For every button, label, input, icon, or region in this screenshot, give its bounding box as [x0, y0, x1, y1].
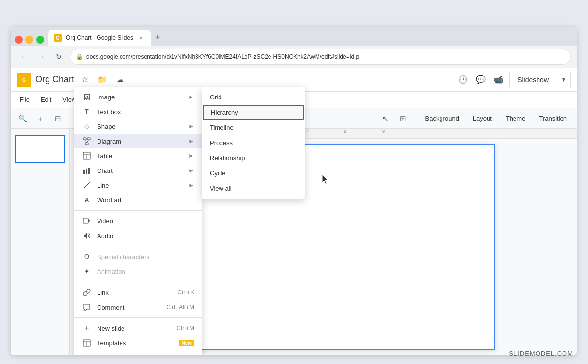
svg-rect-10: [83, 170, 85, 174]
relationship-label: Relationship: [210, 154, 245, 162]
line-label: Line: [97, 182, 109, 189]
menu-option-table[interactable]: Table ►: [74, 148, 202, 163]
submenu-hierarchy[interactable]: Hierarchy: [203, 105, 304, 120]
menu-option-shape[interactable]: ◇ Shape ►: [74, 119, 202, 134]
active-tab[interactable]: G Org Chart - Google Slides ×: [48, 30, 151, 46]
url-bar[interactable]: 🔒 docs.google.com/presentation/d/1vNlfxN…: [70, 49, 571, 65]
present-btn[interactable]: 📹: [491, 73, 505, 87]
insert-dropdown-menu: 🖼 Image ► T Text box ◇ Shape ► Diagram ►: [74, 87, 202, 355]
menu-file[interactable]: File: [15, 94, 35, 105]
svg-rect-12: [88, 168, 90, 174]
menu-option-link[interactable]: Link Ctrl+K: [74, 285, 202, 300]
wordart-label: Word art: [97, 196, 122, 204]
theme-btn[interactable]: Theme: [500, 113, 531, 124]
new-slide-icon: +: [82, 324, 91, 333]
svg-rect-11: [86, 169, 87, 174]
url-text: docs.google.com/presentation/d/1vNlfxNh3…: [86, 53, 359, 60]
cursor-tool[interactable]: ↖: [377, 111, 393, 126]
maximize-window-btn[interactable]: [36, 36, 44, 44]
menu-option-comment[interactable]: Comment Ctrl+Alt+M: [74, 300, 202, 315]
background-btn[interactable]: Background: [419, 113, 465, 124]
app-logo: G: [17, 73, 31, 87]
address-bar: ← → ↻ 🔒 docs.google.com/presentation/d/1…: [11, 46, 577, 68]
menu-option-diagram[interactable]: Diagram ►: [74, 134, 202, 148]
submenu-relationship[interactable]: Relationship: [202, 150, 305, 166]
menu-option-audio[interactable]: Audio: [74, 228, 202, 243]
svg-rect-4: [85, 143, 88, 145]
menu-option-image[interactable]: 🖼 Image ►: [74, 90, 202, 104]
watermark: SLIDEMODEL.COM: [509, 350, 573, 357]
menu-option-animation: ✦ Animation: [74, 264, 202, 279]
back-btn[interactable]: ←: [17, 50, 30, 64]
menu-option-wordart[interactable]: A Word art: [74, 193, 202, 207]
textbox-label: Text box: [97, 108, 121, 116]
templates-badge: New: [179, 340, 194, 346]
layout-tab-btn[interactable]: Layout: [467, 113, 498, 124]
close-window-btn[interactable]: [15, 36, 23, 44]
submenu-view-all[interactable]: View all: [202, 181, 305, 196]
svg-line-5: [85, 140, 87, 143]
new-tab-btn[interactable]: +: [151, 30, 165, 44]
menu-edit[interactable]: Edit: [36, 94, 56, 105]
slide-panel: 1: [11, 129, 70, 355]
textbox-icon: T: [82, 107, 91, 116]
menu-option-slide-numbers[interactable]: # Slide numbers: [74, 350, 202, 355]
submenu-process[interactable]: Process: [202, 135, 305, 150]
forward-btn[interactable]: →: [34, 50, 48, 64]
audio-icon: [82, 231, 91, 240]
menu-option-chart[interactable]: Chart ►: [74, 163, 202, 178]
toolbar-div3: [415, 113, 415, 124]
comment-icon: [82, 303, 91, 312]
tab-close-btn[interactable]: ×: [137, 34, 145, 42]
comment-btn[interactable]: 💬: [474, 73, 488, 87]
menu-option-new-slide[interactable]: + New slide Ctrl+M: [74, 321, 202, 336]
menu-option-templates[interactable]: Templates New: [74, 336, 202, 350]
slideshow-button[interactable]: Slideshow: [509, 72, 557, 88]
transition-btn[interactable]: Transition: [533, 113, 573, 124]
shape-label: Shape: [97, 123, 116, 130]
reload-btn[interactable]: ↻: [52, 50, 66, 64]
star-btn[interactable]: ☆: [78, 73, 92, 87]
slideshow-dropdown-btn[interactable]: ▼: [557, 72, 571, 88]
special-chars-label: Special characters: [97, 253, 149, 261]
shape-icon: ◇: [82, 122, 91, 131]
svg-line-13: [84, 182, 90, 188]
slide-thumbnail[interactable]: [15, 135, 65, 163]
add-btn[interactable]: +: [32, 111, 48, 126]
submenu-cycle[interactable]: Cycle: [202, 166, 305, 181]
chart-icon: [82, 166, 91, 175]
link-icon: [82, 288, 91, 297]
folder-btn[interactable]: 📁: [96, 73, 109, 87]
table-arrow: ►: [188, 152, 194, 159]
new-slide-label: New slide: [97, 325, 124, 332]
layout-btn[interactable]: ⊟: [50, 111, 66, 126]
menu-sep4: [74, 317, 202, 318]
comment-label: Comment: [97, 304, 124, 311]
submenu-timeline[interactable]: Timeline: [202, 120, 305, 135]
slide-numbers-label: Slide numbers: [97, 354, 138, 356]
cloud-btn[interactable]: ☁: [113, 73, 127, 87]
minimize-window-btn[interactable]: [25, 36, 33, 44]
chart-label: Chart: [97, 167, 113, 174]
url-lock-icon: 🔒: [76, 53, 83, 60]
chart-arrow: ►: [188, 167, 194, 174]
tab-favicon: G: [54, 34, 62, 42]
templates-icon: [82, 339, 91, 347]
submenu-grid[interactable]: Grid: [202, 90, 305, 105]
menu-option-textbox[interactable]: T Text box: [74, 104, 202, 119]
view-all-label: View all: [210, 185, 232, 192]
line-icon: [82, 181, 91, 190]
image-label: Image: [97, 94, 115, 101]
browser-frame: G Org Chart - Google Slides × + ← → ↻ 🔒 …: [11, 27, 577, 355]
zoom-btn[interactable]: 🔍: [15, 111, 30, 126]
diagram-arrow: ►: [188, 138, 194, 145]
header-actions: 🕐 💬 📹 Slideshow ▼: [456, 72, 571, 88]
menu-option-video[interactable]: Video: [74, 214, 202, 228]
image-icon: 🖼: [82, 93, 91, 101]
svg-line-6: [87, 140, 89, 143]
menu-option-line[interactable]: Line ►: [74, 178, 202, 193]
svg-rect-14: [83, 218, 88, 223]
history-btn[interactable]: 🕐: [456, 73, 470, 87]
image-arrow: ►: [188, 94, 194, 100]
text-tool[interactable]: ⊞: [395, 111, 411, 126]
